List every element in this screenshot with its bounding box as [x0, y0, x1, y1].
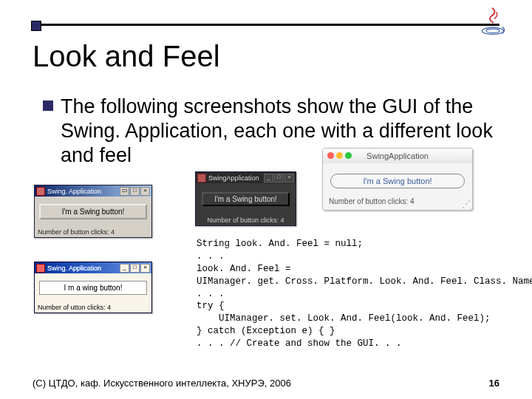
close-icon: ×: [140, 264, 150, 273]
minimize-icon: ▭: [120, 187, 129, 196]
divider-top: [33, 24, 499, 29]
click-count-label: Number of button clicks: 4: [35, 227, 151, 237]
footer: (С) ЦТДО, каф. Искусственного интеллекта…: [33, 378, 499, 389]
svg-point-1: [486, 29, 499, 33]
maximize-icon: □: [274, 174, 284, 183]
click-count-label: Number of button clicks: 4: [323, 196, 472, 210]
java-logo: [476, 4, 510, 38]
maximize-icon: □: [130, 187, 140, 196]
mac-close-icon: [327, 152, 334, 159]
java-cup-icon: [197, 174, 206, 183]
swing-button[interactable]: I'm a Swing button!: [330, 174, 465, 188]
java-cup-icon: [36, 264, 45, 273]
mac-zoom-icon: [345, 152, 352, 159]
window-title: Swing. Application: [47, 188, 120, 195]
swing-window-motif: SwingApplication _ □ × I'm a Swing butto…: [195, 171, 296, 226]
click-count-label: Number of button clicks: 4: [196, 215, 296, 225]
mac-traffic-lights: [327, 152, 352, 159]
swing-button[interactable]: I m a wing button!: [39, 281, 147, 295]
swing-window-metal: Swing. Application _ □ × I m a wing butt…: [34, 262, 152, 313]
swing-button[interactable]: I'm a Swing button!: [202, 192, 290, 206]
mac-minimize-icon: [336, 152, 343, 159]
swing-window-aqua: SwingApplication I'm a Swing button! Num…: [322, 148, 473, 211]
java-cup-icon: [36, 187, 45, 196]
code-snippet: String look. And. Feel = null; . . . loo…: [197, 238, 532, 350]
window-title: SwingApplication: [208, 174, 264, 182]
maximize-icon: □: [130, 264, 140, 273]
page-number: 16: [489, 378, 499, 389]
close-icon: ×: [284, 174, 294, 183]
minimize-icon: _: [264, 174, 273, 183]
slide: Look and Feel The following screenshots …: [0, 0, 532, 399]
footer-copyright: (С) ЦТДО, каф. Искусственного интеллекта…: [33, 378, 291, 389]
click-count-label: Number of utton clicks: 4: [35, 302, 151, 313]
swing-window-classic: Swing. Application ▭ □ × I'm a Swing but…: [34, 185, 152, 238]
swing-button[interactable]: I'm a Swing button!: [39, 204, 147, 219]
window-title: Swing. Application: [47, 265, 120, 272]
slide-title: Look and Feel: [33, 40, 220, 73]
bullet-marker-icon: [43, 100, 53, 111]
close-icon: ×: [140, 187, 150, 196]
resize-grip-icon: ⋰: [462, 200, 471, 208]
minimize-icon: _: [120, 264, 129, 273]
divider-decor-box: [31, 21, 41, 31]
